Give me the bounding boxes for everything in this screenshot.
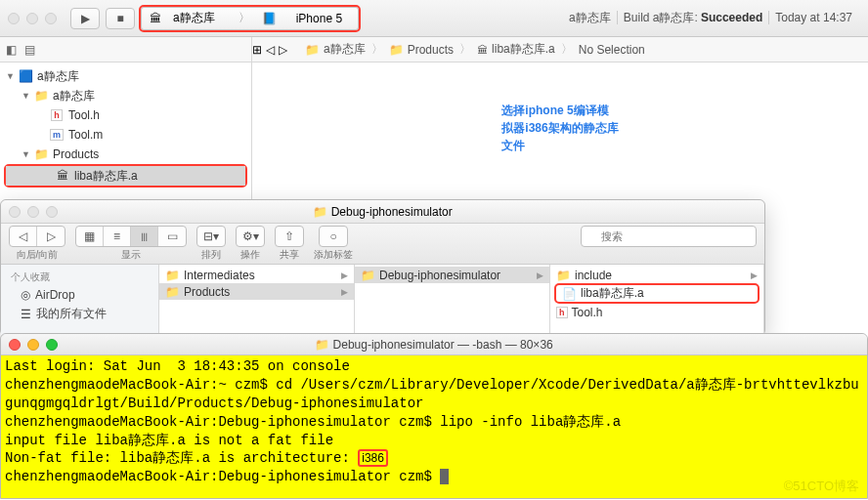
- scheme-sep: 〉: [231, 10, 246, 26]
- sidebar-header: 个人收藏: [1, 269, 158, 286]
- finder-column-1[interactable]: 📁 Intermediates▶📁 Products▶: [159, 265, 355, 335]
- column-view[interactable]: ⫼: [131, 227, 158, 246]
- tree-row[interactable]: hTool.h: [0, 105, 251, 125]
- list-item[interactable]: 📄 liba静态库.a: [556, 285, 758, 302]
- folder-icon: 📁: [315, 338, 329, 352]
- tags-button[interactable]: ○: [320, 227, 347, 246]
- list-item[interactable]: 📁 Intermediates▶: [159, 267, 354, 283]
- close-dot[interactable]: [9, 339, 21, 351]
- back-button[interactable]: ◁: [10, 227, 37, 246]
- terminal-output[interactable]: Last login: Sat Jun 3 18:43:35 on consol…: [1, 355, 867, 498]
- scheme-project[interactable]: 🏛 a静态库: [142, 10, 231, 26]
- fwd-button[interactable]: ▷: [37, 227, 65, 246]
- share-group: ⇧ 共享: [275, 226, 304, 262]
- tree-row[interactable]: mTool.m: [0, 125, 251, 145]
- list-item[interactable]: 📁 include▶: [550, 267, 763, 283]
- finder-column-3[interactable]: 📁 include▶📄 liba静态库.ah Tool.h: [550, 265, 764, 335]
- window-controls: [8, 13, 57, 24]
- action-button[interactable]: ⚙▾: [237, 227, 264, 246]
- tree-row[interactable]: 🏛liba静态库.a: [6, 166, 245, 186]
- xcode-window: ▶ ■ 🏛 a静态库 〉 📘 iPhone 5 a静态库Build a静态库: …: [0, 0, 868, 219]
- gallery-view[interactable]: ▭: [158, 227, 186, 246]
- finder-column-2[interactable]: 📁 Debug-iphonesimulator▶: [355, 265, 550, 335]
- max-dot[interactable]: [46, 206, 58, 218]
- editor-view-icons: ⊞ ◁ ▷: [252, 43, 287, 57]
- editor-area: 选择iphone 5编译模 拟器i386架构的静态库 文件: [252, 62, 868, 219]
- xcode-toolbar: ▶ ■ 🏛 a静态库 〉 📘 iPhone 5 a静态库Build a静态库: …: [0, 0, 868, 37]
- scheme-selector[interactable]: 🏛 a静态库 〉 📘 iPhone 5: [141, 7, 359, 30]
- search-input[interactable]: [581, 226, 757, 247]
- max-dot[interactable]: [46, 339, 58, 351]
- close-dot[interactable]: [8, 13, 20, 24]
- terminal-title: Debug-iphonesimulator — -bash — 80×36: [333, 338, 553, 352]
- min-dot[interactable]: [27, 339, 39, 351]
- annotation-text: 选择iphone 5编译模 拟器i386架构的静态库 文件: [501, 102, 618, 154]
- finder-toolbar: ◁▷ 向后/向前 ▦≡⫼▭ 显示 ⊟▾ 排列 ⚙▾ 操作 ⇧ 共享 ○ 添加标签: [1, 224, 764, 265]
- stop-button[interactable]: ■: [106, 8, 135, 29]
- tree-row[interactable]: ▼🟦a静态库: [0, 66, 251, 86]
- max-dot[interactable]: [45, 13, 57, 24]
- min-dot[interactable]: [26, 13, 38, 24]
- icon-view[interactable]: ▦: [76, 227, 104, 246]
- back-icon[interactable]: ◁: [266, 43, 275, 57]
- project-navigator[interactable]: ▼🟦a静态库▼📁a静态库hTool.hmTool.m▼📁Products🏛lib…: [0, 62, 252, 219]
- view-group: ▦≡⫼▭ 显示: [75, 226, 187, 262]
- run-button[interactable]: ▶: [70, 8, 100, 29]
- list-view[interactable]: ≡: [104, 227, 131, 246]
- fwd-icon[interactable]: ▷: [279, 43, 287, 57]
- search-group: [581, 226, 757, 247]
- finder-window: 📁 Debug-iphonesimulator ◁▷ 向后/向前 ▦≡⫼▭ 显示…: [0, 199, 765, 336]
- build-status: a静态库Build a静态库: SucceededToday at 14:37: [569, 10, 860, 26]
- terminal-window: 📁 Debug-iphonesimulator — -bash — 80×36 …: [0, 333, 868, 499]
- scheme-device[interactable]: 📘 iPhone 5: [246, 12, 358, 25]
- folder-icon: 📁: [313, 205, 327, 219]
- list-item[interactable]: h Tool.h: [550, 304, 763, 320]
- finder-body: 个人收藏 ◎ AirDrop ☰ 我的所有文件 📁 Intermediates▶…: [1, 265, 764, 335]
- terminal-titlebar: 📁 Debug-iphonesimulator — -bash — 80×36: [1, 334, 867, 355]
- action-group: ⚙▾ 操作: [236, 226, 265, 262]
- breadcrumb[interactable]: 📁a静态库〉 📁Products〉 🏛liba静态库.a〉 No Selecti…: [297, 41, 653, 58]
- tree-row[interactable]: ▼📁Products: [0, 145, 251, 164]
- navigator-tab-bar: ◧ ▤: [0, 37, 252, 62]
- sidebar-item-allfiles[interactable]: ☰ 我的所有文件: [1, 304, 158, 324]
- share-button[interactable]: ⇧: [276, 227, 303, 246]
- tags-group: ○ 添加标签: [314, 226, 353, 262]
- nav-group: ◁▷ 向后/向前: [9, 226, 65, 262]
- finder-titlebar: 📁 Debug-iphonesimulator: [1, 200, 764, 224]
- tree-row[interactable]: ▼📁a静态库: [0, 86, 251, 105]
- jump-bar: ◧ ▤ ⊞ ◁ ▷ 📁a静态库〉 📁Products〉 🏛liba静态库.a〉 …: [0, 37, 868, 62]
- finder-sidebar: 个人收藏 ◎ AirDrop ☰ 我的所有文件: [1, 265, 159, 335]
- xcode-body: ▼🟦a静态库▼📁a静态库hTool.hmTool.m▼📁Products🏛lib…: [0, 62, 868, 219]
- arrange-button[interactable]: ⊟▾: [197, 227, 225, 246]
- arrange-group: ⊟▾ 排列: [196, 226, 226, 262]
- list-item[interactable]: 📁 Products▶: [159, 283, 354, 300]
- list-item[interactable]: 📁 Debug-iphonesimulator▶: [355, 267, 549, 283]
- close-dot[interactable]: [9, 206, 21, 218]
- hide-nav-icon[interactable]: ◧: [6, 43, 17, 57]
- finder-title: Debug-iphonesimulator: [331, 205, 453, 219]
- min-dot[interactable]: [27, 206, 39, 218]
- nav-tab-icon[interactable]: ▤: [24, 43, 35, 57]
- grid-icon[interactable]: ⊞: [252, 43, 262, 57]
- sidebar-item-airdrop[interactable]: ◎ AirDrop: [1, 286, 158, 304]
- column-browser: 📁 Intermediates▶📁 Products▶ 📁 Debug-ipho…: [159, 265, 764, 335]
